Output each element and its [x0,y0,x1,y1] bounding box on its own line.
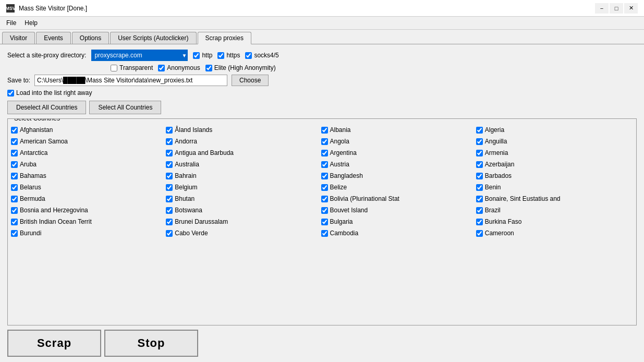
country-label: Bulgaria [330,218,353,225]
country-checkbox[interactable] [476,138,483,145]
socks-checkbox[interactable] [245,52,252,59]
country-checkbox[interactable] [476,230,483,237]
country-checkbox[interactable] [166,196,173,202]
country-label: Bosnia and Herzegovina [20,207,88,214]
menu-file[interactable]: File [2,18,20,28]
anonymous-checkbox[interactable] [158,65,165,71]
country-checkbox[interactable] [321,196,328,202]
window-title: Mass Site Visitor [Done.] [19,5,87,12]
country-checkbox[interactable] [11,196,18,202]
country-label: Bhutan [175,195,195,202]
https-checkbox-group: https [217,52,240,59]
country-checkbox[interactable] [166,127,173,134]
country-checkbox[interactable] [476,161,483,168]
scrap-button[interactable]: Scrap [7,330,101,357]
load-checkbox-group: Load into the list right away [7,89,92,96]
list-item: Brunei Darussalam [166,216,321,227]
country-checkbox[interactable] [11,207,18,214]
choose-button[interactable]: Choose [232,75,269,86]
list-item: Bouvet Island [321,204,476,216]
country-checkbox[interactable] [321,138,328,145]
list-item: Åland Islands [166,124,321,136]
proxy-dropdown-wrapper: proxyscrape.com ▼ [91,50,188,61]
country-label: Argentina [330,149,357,156]
country-label: American Samoa [20,138,68,145]
country-checkbox[interactable] [11,150,18,156]
country-checkbox[interactable] [321,127,328,134]
country-checkbox[interactable] [11,173,18,179]
country-checkbox[interactable] [166,138,173,145]
country-checkbox[interactable] [476,219,483,225]
socks-checkbox-group: socks4/5 [245,52,278,59]
tab-user-scripts[interactable]: User Scripts (Autoclicker) [110,32,196,44]
country-checkbox[interactable] [166,150,173,156]
transparent-checkbox[interactable] [111,65,117,71]
tab-events[interactable]: Events [36,32,71,44]
country-checkbox[interactable] [11,127,18,134]
list-item: Aruba [11,159,166,170]
country-label: Anguilla [485,138,507,145]
list-item: Australia [166,159,321,170]
countries-legend: Select Countries [12,118,62,122]
list-item: Angola [321,136,476,147]
country-checkbox[interactable] [166,173,173,179]
country-checkbox[interactable] [476,173,483,179]
menu-help[interactable]: Help [20,18,42,28]
list-item: Cabo Verde [166,227,321,239]
http-checkbox-group: http [193,52,212,59]
deselect-all-button[interactable]: Deselect All Countries [7,101,86,114]
countries-scroll[interactable]: AfghanistanÅland IslandsAlbaniaAlgeriaAm… [11,122,633,252]
tab-options[interactable]: Options [72,32,109,44]
maximize-button[interactable]: □ [610,3,623,14]
country-checkbox[interactable] [476,196,483,202]
country-checkbox[interactable] [11,184,18,191]
country-label: Belize [330,184,347,191]
list-item: Belarus [11,182,166,193]
country-checkbox[interactable] [166,184,173,191]
country-checkbox[interactable] [166,219,173,225]
country-checkbox[interactable] [321,150,328,156]
list-item: Armenia [476,147,631,159]
country-checkbox[interactable] [476,184,483,191]
http-checkbox[interactable] [193,52,200,59]
https-checkbox[interactable] [217,52,224,59]
country-checkbox[interactable] [11,138,18,145]
country-checkbox[interactable] [321,219,328,225]
country-checkbox[interactable] [321,207,328,214]
countries-group: Select Countries AfghanistanÅland Island… [7,118,637,325]
load-checkbox[interactable] [7,90,14,96]
country-label: Aruba [20,161,37,168]
proxy-select[interactable]: proxyscrape.com [91,50,188,61]
country-checkbox[interactable] [321,173,328,179]
list-item: Barbados [476,170,631,182]
country-checkbox[interactable] [321,184,328,191]
country-checkbox[interactable] [476,150,483,156]
country-checkbox[interactable] [321,230,328,237]
list-item: Bonaire, Sint Eustatius and [476,193,631,204]
select-all-button[interactable]: Select All Countries [89,101,161,114]
country-label: British Indian Ocean Territ [20,218,92,225]
list-item: Cameroon [476,227,631,239]
list-item: Brazil [476,204,631,216]
country-checkbox[interactable] [476,207,483,214]
list-item: Bosnia and Herzegovina [11,204,166,216]
country-checkbox[interactable] [11,219,18,225]
country-label: Cambodia [330,230,359,237]
country-checkbox[interactable] [11,230,18,237]
proxy-directory-row: Select a site-proxy directory: proxyscra… [7,50,637,61]
country-checkbox[interactable] [11,161,18,168]
country-checkbox[interactable] [166,207,173,214]
menu-bar: File Help [0,17,644,30]
minimize-button[interactable]: − [595,3,609,14]
country-checkbox[interactable] [166,161,173,168]
save-path-input[interactable] [34,75,227,86]
close-button[interactable]: ✕ [624,3,638,14]
tab-scrap-proxies[interactable]: Scrap proxies [198,32,251,44]
country-label: Bonaire, Sint Eustatius and [485,195,561,202]
country-checkbox[interactable] [166,230,173,237]
tab-visitor[interactable]: Visitor [2,32,35,44]
stop-button[interactable]: Stop [104,330,198,357]
country-checkbox[interactable] [476,127,483,134]
country-checkbox[interactable] [321,161,328,168]
elite-checkbox[interactable] [205,65,212,71]
